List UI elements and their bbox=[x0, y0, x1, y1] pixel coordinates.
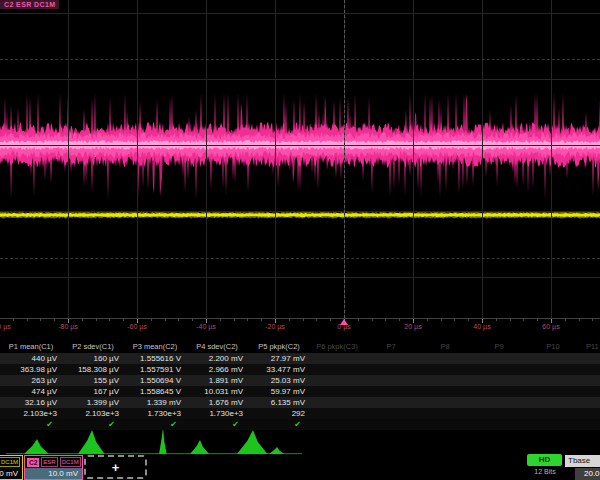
time-axis-label: -20 µs bbox=[265, 323, 285, 330]
measure-header-p3[interactable]: P3 mean(C2) bbox=[124, 341, 186, 353]
measure-value: 1.557591 V bbox=[124, 364, 186, 375]
time-axis-label: -80 µs bbox=[58, 323, 78, 330]
gridline-horizontal bbox=[0, 145, 600, 146]
histicon-peak bbox=[159, 430, 167, 454]
measure-header-row: P1 mean(C1)P2 sdev(C1)P3 mean(C2)P4 sdev… bbox=[0, 341, 600, 353]
hd-bits-label: 12 Bits bbox=[523, 468, 567, 475]
measure-header-p11[interactable]: P11 bbox=[580, 341, 600, 353]
measure-stats-row: 440 µV160 µV1.555616 V2.200 mV27.97 mV bbox=[0, 353, 600, 364]
minor-tick bbox=[27, 319, 28, 321]
minor-tick bbox=[40, 319, 41, 321]
minor-tick bbox=[399, 319, 400, 321]
status-check-icon: ✔ bbox=[186, 419, 248, 430]
gridline-vertical bbox=[206, 0, 207, 318]
gridline-vertical bbox=[137, 0, 138, 318]
c2-coupling-tag: DC1M bbox=[60, 457, 81, 467]
histicon-peak bbox=[24, 439, 49, 454]
minor-tick bbox=[82, 319, 83, 321]
hd-mode-badge: HD bbox=[527, 454, 562, 466]
minor-tick bbox=[109, 319, 110, 321]
measure-value: 363.98 µV bbox=[0, 364, 62, 375]
histicon-peak bbox=[237, 430, 267, 454]
minor-tick bbox=[565, 319, 566, 321]
timebase-value: 20.0 µs bbox=[575, 468, 600, 480]
minor-tick bbox=[123, 319, 124, 321]
plus-icon: + bbox=[112, 460, 120, 475]
gridline-vertical bbox=[275, 0, 276, 318]
measure-value: 25.03 mV bbox=[248, 375, 310, 386]
measurement-table: P1 mean(C1)P2 sdev(C1)P3 mean(C2)P4 sdev… bbox=[0, 341, 600, 430]
gridline-dotted bbox=[0, 258, 600, 259]
minor-tick bbox=[579, 319, 580, 321]
c2-descriptor-top: C2 ESR DC1M bbox=[25, 456, 82, 467]
measure-value: 440 µV bbox=[0, 353, 62, 364]
minor-tick bbox=[261, 319, 262, 321]
trigger-position-marker[interactable] bbox=[340, 319, 348, 325]
waveform-grid: C2 ESR DC1M bbox=[0, 0, 600, 319]
measure-header-p9[interactable]: P9 bbox=[472, 341, 526, 353]
minor-tick bbox=[289, 319, 290, 321]
timebase-title: Tbase bbox=[565, 455, 600, 467]
c2-channel-badge: C2 bbox=[27, 458, 39, 467]
status-check-icon: ✔ bbox=[248, 419, 310, 430]
measure-header-p4[interactable]: P4 sdev(C2) bbox=[186, 341, 248, 353]
c1-descriptor-top: DC1M bbox=[0, 456, 22, 467]
minor-tick bbox=[96, 319, 97, 321]
gridline-horizontal bbox=[0, 79, 600, 80]
histicon-strip[interactable] bbox=[0, 430, 600, 455]
measure-header-p7[interactable]: P7 bbox=[364, 341, 418, 353]
gridline-vertical bbox=[482, 0, 483, 318]
measure-value: 2.200 mV bbox=[186, 353, 248, 364]
measure-value: 10.031 mV bbox=[186, 386, 248, 397]
minor-tick bbox=[427, 319, 428, 321]
minor-tick bbox=[385, 319, 386, 321]
waveform-traces bbox=[0, 0, 600, 318]
gridline-horizontal bbox=[0, 13, 600, 14]
gridline-horizontal bbox=[0, 277, 600, 278]
measure-value: 2.966 mV bbox=[186, 364, 248, 375]
histicon-peak bbox=[269, 447, 284, 454]
time-axis-label: 40 µs bbox=[473, 323, 490, 330]
time-axis-label: -100 µs bbox=[0, 323, 11, 330]
minor-tick bbox=[372, 319, 373, 321]
gridline-vertical bbox=[68, 0, 69, 318]
measure-value: 33.477 mV bbox=[248, 364, 310, 375]
measure-header-p1[interactable]: P1 mean(C1) bbox=[0, 341, 62, 353]
measure-status-row: ✔✔✔✔✔ bbox=[0, 419, 600, 430]
measure-value: 1.550694 V bbox=[124, 375, 186, 386]
minor-tick bbox=[247, 319, 248, 321]
measure-header-p6[interactable]: P6 pkpk(C3) bbox=[310, 341, 364, 353]
add-trace-button[interactable]: + bbox=[84, 455, 147, 479]
minor-tick bbox=[151, 319, 152, 321]
measure-header-p8[interactable]: P8 bbox=[418, 341, 472, 353]
histicon-peak bbox=[190, 440, 209, 454]
minor-tick bbox=[358, 319, 359, 321]
time-axis-label: -60 µs bbox=[127, 323, 147, 330]
minor-tick bbox=[178, 319, 179, 321]
gridline-vertical bbox=[413, 0, 414, 318]
c2-volts-per-div: 10.0 mV bbox=[25, 468, 82, 479]
measure-header-p2[interactable]: P2 sdev(C1) bbox=[62, 341, 124, 353]
measure-stats-row: 2.103e+32.103e+31.730e+31.730e+3292 bbox=[0, 408, 600, 419]
minor-tick bbox=[496, 319, 497, 321]
measure-value: 2.103e+3 bbox=[62, 408, 124, 419]
measure-value: 27.97 mV bbox=[248, 353, 310, 364]
minor-tick bbox=[316, 319, 317, 321]
measure-header-p10[interactable]: P10 bbox=[526, 341, 580, 353]
timebase-descriptor[interactable]: Tbase 20.0 µs bbox=[565, 455, 600, 480]
minor-tick bbox=[510, 319, 511, 321]
minor-tick bbox=[592, 319, 593, 321]
measure-header-p5[interactable]: P5 pkpk(C2) bbox=[248, 341, 310, 353]
oscilloscope-screen: C2 ESR DC1M -100 µs-80 µs-60 µs-40 µs-20… bbox=[0, 0, 600, 480]
time-axis-label: 20 µs bbox=[404, 323, 421, 330]
measure-stats-row: 474 µV167 µV1.558645 V10.031 mV59.97 mV bbox=[0, 386, 600, 397]
channel-c2-descriptor[interactable]: C2 ESR DC1M 10.0 mV bbox=[24, 455, 83, 480]
gridline-horizontal bbox=[0, 211, 600, 212]
measure-value: 1.399 µV bbox=[62, 397, 124, 408]
measure-stats-row: 363.98 µV158.308 µV1.557591 V2.966 mV33.… bbox=[0, 364, 600, 375]
channel-c1-descriptor[interactable]: DC1M 10.0 mV bbox=[0, 455, 23, 480]
minor-tick bbox=[441, 319, 442, 321]
time-axis-label: 60 µs bbox=[542, 323, 559, 330]
measure-value: 1.555616 V bbox=[124, 353, 186, 364]
measure-value: 1.730e+3 bbox=[124, 408, 186, 419]
